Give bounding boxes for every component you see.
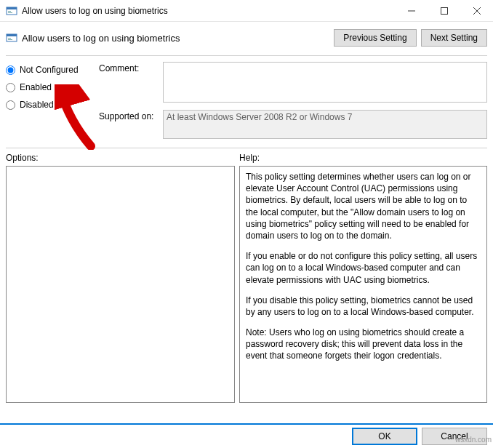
svg-rect-2 [8, 11, 11, 12]
radio-enabled-input[interactable] [6, 83, 15, 92]
svg-rect-9 [7, 34, 17, 36]
close-icon [473, 7, 481, 15]
footer: OK Cancel [0, 423, 493, 448]
supported-value: At least Windows Server 2008 R2 or Windo… [163, 110, 487, 139]
svg-rect-10 [8, 38, 11, 39]
comment-label: Comment: [99, 62, 157, 73]
cancel-button[interactable]: Cancel [422, 428, 487, 445]
previous-setting-button[interactable]: Previous Setting [334, 29, 416, 47]
minimize-button[interactable] [395, 0, 428, 21]
options-label: Options: [6, 153, 235, 163]
close-button[interactable] [460, 0, 493, 21]
help-paragraph: This policy setting determines whether u… [246, 171, 481, 241]
maximize-icon [441, 7, 448, 15]
supported-label: Supported on: [99, 110, 157, 121]
radio-disabled-label: Disabled [20, 100, 54, 110]
titlebar: Allow users to log on using biometrics [0, 0, 493, 22]
policy-icon [6, 32, 17, 44]
next-setting-button[interactable]: Next Setting [421, 29, 487, 47]
radio-disabled-input[interactable] [6, 100, 15, 110]
radio-not-configured-label: Not Configured [20, 65, 79, 75]
svg-rect-11 [8, 39, 12, 40]
help-box[interactable]: This policy setting determines whether u… [239, 166, 487, 403]
policy-icon [6, 5, 17, 17]
comment-input[interactable] [163, 62, 487, 103]
window-title: Allow users to log on using biometrics [22, 6, 168, 16]
radio-not-configured[interactable]: Not Configured [6, 65, 93, 75]
header-row: Allow users to log on using biometrics P… [0, 22, 493, 47]
help-label: Help: [239, 153, 487, 163]
help-paragraph: Note: Users who log on using biometrics … [246, 327, 481, 362]
page-title: Allow users to log on using biometrics [22, 33, 180, 44]
svg-rect-1 [7, 7, 17, 9]
ok-button[interactable]: OK [352, 428, 417, 445]
maximize-button[interactable] [428, 0, 460, 21]
options-box [6, 166, 235, 403]
svg-rect-5 [441, 7, 447, 14]
help-paragraph: If you enable or do not configure this p… [246, 250, 481, 286]
radio-not-configured-input[interactable] [6, 65, 15, 75]
radio-enabled[interactable]: Enabled [6, 82, 93, 92]
radio-enabled-label: Enabled [20, 82, 52, 92]
help-paragraph: If you disable this policy setting, biom… [246, 295, 481, 318]
minimize-icon [408, 7, 415, 15]
radio-disabled[interactable]: Disabled [6, 100, 93, 110]
svg-rect-3 [8, 12, 12, 13]
